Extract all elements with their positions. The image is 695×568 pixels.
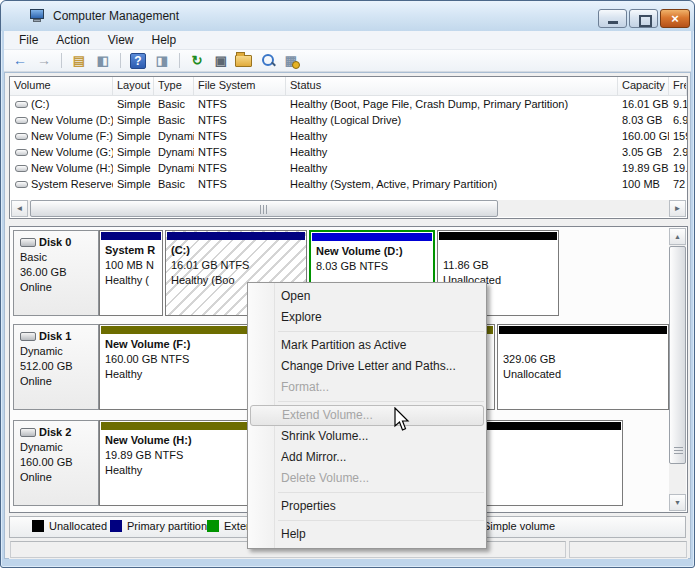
menu-item-change-drive-letter[interactable]: Change Drive Letter and Paths... (248, 356, 486, 377)
toolbar-separator (120, 53, 121, 68)
volume-type: Basic (154, 114, 194, 126)
volume-capacity: 3.05 GB (618, 146, 669, 158)
volume-capacity: 100 MB (618, 178, 669, 190)
help-icon[interactable]: ? (130, 53, 146, 69)
disk-status: Online (20, 470, 98, 485)
volume-list-pane: Volume Layout Type File System Status Ca… (9, 76, 688, 219)
volume-capacity: 16.01 GB (618, 98, 669, 110)
volume-status: Healthy (286, 130, 618, 142)
disk-status: Online (20, 280, 98, 295)
volume-fs: NTFS (194, 114, 286, 126)
volume-free: 159.9 (669, 130, 687, 142)
vertical-scrollbar-thumb[interactable] (669, 246, 686, 464)
scroll-down-icon[interactable]: ▼ (669, 494, 686, 511)
legend-unallocated: Unallocated (32, 520, 107, 532)
minimize-button[interactable] (598, 9, 627, 28)
app-icon (30, 9, 46, 23)
maximize-button[interactable] (629, 9, 658, 28)
menu-item-explore[interactable]: Explore (248, 307, 486, 328)
partition-system-reserved[interactable]: System R100 MB NHealthy ( (99, 230, 163, 316)
toolbar-separator (179, 53, 180, 68)
toolbar-separator (61, 53, 62, 68)
volume-status: Healthy (Boot, Page File, Crash Dump, Pr… (286, 98, 618, 110)
volume-type: Dynamic (154, 146, 194, 158)
column-header-status[interactable]: Status (286, 77, 618, 95)
volume-icon (15, 117, 28, 124)
menu-item-extend-volume[interactable]: Extend Volume... (250, 405, 484, 426)
volume-row-c[interactable]: (C:) Simple Basic NTFS Healthy (Boot, Pa… (10, 96, 687, 112)
menu-help[interactable]: Help (143, 31, 186, 49)
volume-status: Healthy (286, 146, 618, 158)
volume-name: New Volume (F:) (31, 130, 113, 142)
disk-0-label[interactable]: Disk 0 Basic 36.00 GB Online (13, 230, 99, 316)
settings-icon[interactable]: ▦ (281, 52, 301, 70)
volume-status: Healthy (Logical Drive) (286, 114, 618, 126)
volume-icon (15, 133, 28, 140)
column-header-type[interactable]: Type (154, 77, 194, 95)
computer-management-window: Computer Management × File Action View H… (0, 0, 695, 568)
show-hide-pane-icon[interactable]: ◧ (93, 52, 113, 70)
volume-free: 2.96 (669, 146, 687, 158)
disk-icon (20, 428, 36, 437)
volume-type: Basic (154, 98, 194, 110)
action-pane-icon[interactable]: ◨ (152, 52, 172, 70)
column-header-capacity[interactable]: Capacity (618, 77, 669, 95)
open-folder-icon[interactable] (235, 52, 255, 70)
menu-separator (278, 331, 484, 332)
menu-item-format[interactable]: Format... (248, 377, 486, 398)
scroll-left-icon[interactable]: ◄ (11, 200, 28, 217)
disk-name: Disk 1 (39, 329, 71, 344)
volume-icon (15, 165, 28, 172)
back-icon[interactable]: ← (10, 52, 30, 70)
volume-row-h[interactable]: New Volume (H:) Simple Dynamic NTFS Heal… (10, 160, 687, 176)
volume-icon (15, 101, 28, 108)
volume-capacity: 160.00 GB (618, 130, 669, 142)
rescan-disks-icon[interactable]: ▣ (211, 52, 231, 70)
menu-file[interactable]: File (10, 31, 47, 49)
menu-item-shrink-volume[interactable]: Shrink Volume... (248, 426, 486, 447)
menu-item-open[interactable]: Open (248, 286, 486, 307)
volume-row-d[interactable]: New Volume (D:) Simple Basic NTFS Health… (10, 112, 687, 128)
volume-row-system-reserved[interactable]: System Reserved (E:) Simple Basic NTFS H… (10, 176, 687, 192)
column-header-free[interactable]: Free (669, 77, 687, 95)
volume-row-g[interactable]: New Volume (G:) Simple Dynamic NTFS Heal… (10, 144, 687, 160)
scroll-right-icon[interactable]: ► (669, 200, 686, 217)
scroll-up-icon[interactable]: ▲ (669, 228, 686, 245)
menu-item-add-mirror[interactable]: Add Mirror... (248, 447, 486, 468)
column-header-layout[interactable]: Layout (113, 77, 154, 95)
volume-row-f[interactable]: New Volume (F:) Simple Dynamic NTFS Heal… (10, 128, 687, 144)
menu-view[interactable]: View (99, 31, 143, 49)
volume-name: New Volume (G:) (31, 146, 113, 158)
menu-item-mark-partition-active[interactable]: Mark Partition as Active (248, 335, 486, 356)
disk-1-label[interactable]: Disk 1 Dynamic 512.00 GB Online (13, 324, 99, 410)
column-header-volume[interactable]: Volume (10, 77, 113, 95)
legend-label: Primary partition (127, 520, 207, 532)
console-tree-icon[interactable]: ▤ (69, 52, 89, 70)
disk-name: Disk 2 (39, 425, 71, 440)
disk-2-label[interactable]: Disk 2 Dynamic 160.00 GB Online (13, 420, 99, 506)
forward-icon[interactable]: → (34, 52, 54, 70)
menu-action[interactable]: Action (47, 31, 98, 49)
simple-volume-bar (101, 422, 249, 430)
volume-layout: Simple (113, 114, 154, 126)
volume-name: New Volume (H:) (31, 162, 113, 174)
title-bar[interactable]: Computer Management × (1, 1, 694, 31)
menu-item-properties[interactable]: Properties (248, 496, 486, 517)
unallocated-bar (439, 232, 557, 240)
volume-icon (15, 181, 28, 188)
horizontal-scrollbar[interactable]: ◄ ► (11, 200, 686, 217)
volume-layout: Simple (113, 162, 154, 174)
unallocated-region-disk1[interactable]: 329.06 GBUnallocated (497, 324, 669, 410)
partition-new-volume-h[interactable]: New Volume (H:)19.89 GB NTFSHealthy (99, 420, 251, 506)
unallocated-swatch (32, 520, 44, 532)
close-button[interactable]: × (660, 9, 690, 28)
horizontal-scrollbar-thumb[interactable] (30, 200, 498, 217)
menu-item-help[interactable]: Help (248, 524, 486, 545)
volume-fs: NTFS (194, 146, 286, 158)
menu-item-delete-volume[interactable]: Delete Volume... (248, 468, 486, 489)
menu-separator (278, 520, 484, 521)
refresh-icon[interactable]: ↻ (187, 52, 207, 70)
vertical-scrollbar[interactable]: ▲ ▼ (669, 228, 686, 511)
search-icon[interactable] (259, 52, 277, 70)
column-header-file-system[interactable]: File System (194, 77, 286, 95)
